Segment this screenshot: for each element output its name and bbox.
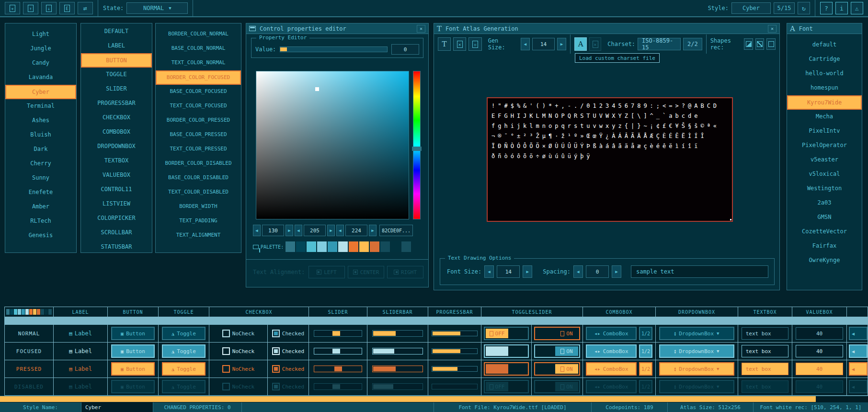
combobox-counter[interactable]: 1/2	[639, 344, 652, 358]
font-size-value[interactable]: 14	[497, 265, 520, 278]
control-list-item[interactable]: DROPDOWNBOX	[81, 139, 152, 154]
red-decrease-button[interactable]: ◀	[253, 225, 261, 236]
property-list-item[interactable]: TEXT_COLOR_DISABLED	[156, 185, 241, 200]
value-box[interactable]: 0	[391, 44, 419, 55]
toggle-sample[interactable]: ◮Toggle	[162, 344, 205, 358]
export-atlas-image-button[interactable]: ▫	[468, 37, 481, 51]
style-name-button[interactable]: Cyber	[731, 2, 771, 14]
font-list-item[interactable]: PixelOperator	[787, 138, 862, 153]
red-increase-button[interactable]: ▶	[286, 225, 293, 236]
property-list-item[interactable]: TEXT_COLOR_PRESSED	[156, 142, 241, 157]
textbox-sample[interactable]: text box	[742, 345, 789, 357]
font-list-item[interactable]: Mecha	[787, 110, 862, 124]
hue-cursor[interactable]	[412, 147, 422, 151]
theme-list-item[interactable]: Light	[5, 27, 76, 42]
blue-increase-button[interactable]: ▶	[369, 225, 377, 236]
help-button[interactable]: ?	[820, 2, 833, 14]
slider-handle[interactable]	[280, 47, 287, 51]
theme-list-item[interactable]: Enefete	[5, 185, 76, 200]
checkbox-unchecked[interactable]	[222, 347, 230, 355]
font-size-increase-button[interactable]: ▶	[523, 265, 532, 278]
theme-list-item[interactable]: Cyber	[5, 85, 76, 99]
slider-handle[interactable]	[332, 331, 340, 336]
control-list-item[interactable]: TEXTBOX	[81, 154, 152, 168]
unload-font-button[interactable]: ✕	[453, 37, 466, 51]
style-name-input[interactable]: Cyber	[81, 402, 153, 412]
theme-list-item[interactable]: Lavanda	[5, 70, 76, 85]
control-list-item[interactable]: DEFAULT	[81, 24, 152, 39]
shapes-rec-slash-button[interactable]	[755, 38, 765, 50]
control-list-item[interactable]: LABEL	[81, 39, 152, 53]
toggleslider-on-sample[interactable]: ON	[534, 362, 580, 376]
export-style-button[interactable]: E	[59, 2, 75, 14]
font-list-item[interactable]: homespun	[787, 81, 862, 95]
gen-size-decrease-button[interactable]: ◀	[521, 38, 530, 50]
property-list-item[interactable]: BASE_COLOR_FOCUSED	[156, 85, 241, 99]
font-size-decrease-button[interactable]: ◀	[484, 265, 494, 278]
theme-list-item[interactable]: Sunny	[5, 171, 76, 185]
load-style-button[interactable]: ↑	[23, 2, 38, 14]
close-icon[interactable]: ✕	[768, 25, 777, 33]
control-list-item[interactable]: VALUEBOX	[81, 168, 152, 183]
checkbox-checked[interactable]	[272, 330, 280, 337]
slider-sample[interactable]	[314, 330, 363, 337]
toggleslider-off-sample[interactable]: OFF	[484, 344, 529, 358]
align-center-button[interactable]: CENTER	[348, 266, 384, 278]
spinner-partial[interactable]: ◀	[849, 344, 868, 358]
font-list-item[interactable]: v5easter	[787, 153, 862, 167]
palette-swatch[interactable]	[401, 241, 411, 252]
property-list-item[interactable]: BORDER_COLOR_NORMAL	[156, 27, 241, 42]
gen-size-value[interactable]: 14	[532, 38, 555, 50]
palette-swatch[interactable]	[296, 241, 306, 252]
charset-value[interactable]: ISO-8859-15	[638, 38, 681, 50]
charset-pages[interactable]: 2/2	[683, 38, 702, 50]
slider-handle[interactable]	[334, 366, 342, 371]
spacing-decrease-button[interactable]: ◀	[573, 265, 583, 278]
sliderbar-sample[interactable]	[372, 348, 423, 355]
property-list-item[interactable]: TEXT_PADDING	[156, 214, 241, 229]
toggleslider-on-sample[interactable]: ON	[534, 327, 580, 340]
toggle-sample[interactable]: ◮Toggle	[162, 362, 205, 376]
new-style-button[interactable]: +	[5, 2, 20, 14]
blue-decrease-button[interactable]: ◀	[336, 225, 344, 236]
close-icon[interactable]: ✕	[417, 25, 425, 33]
font-list-item[interactable]: 2a03	[787, 196, 862, 210]
toggle-sample[interactable]: ◮Toggle	[162, 327, 205, 340]
red-value-box[interactable]: 130	[262, 225, 284, 236]
spacing-value[interactable]: 0	[586, 265, 609, 278]
toggleslider-off-sample[interactable]: OFF	[484, 362, 529, 376]
toggleslider-on-sample[interactable]: ON	[534, 344, 580, 358]
spinner-partial[interactable]: ◀	[849, 327, 868, 340]
font-list-item[interactable]: GMSN	[787, 210, 862, 225]
property-list-item[interactable]: BASE_COLOR_PRESSED	[156, 128, 241, 142]
font-list-item[interactable]: hello-world	[787, 67, 862, 81]
property-list-item[interactable]: BORDER_WIDTH	[156, 200, 241, 214]
load-charset-button[interactable]: A	[574, 37, 587, 51]
gen-size-increase-button[interactable]: ▶	[557, 38, 566, 50]
font-list-item[interactable]: default	[787, 38, 862, 52]
checkbox-unchecked[interactable]	[222, 330, 230, 337]
theme-list-item[interactable]: Genesis	[5, 229, 76, 243]
slider-sample[interactable]	[314, 348, 363, 355]
property-list-item[interactable]: BORDER_COLOR_FOCUSED	[156, 70, 241, 85]
property-list-item[interactable]: BORDER_COLOR_PRESSED	[156, 114, 241, 128]
palette-swatch[interactable]	[391, 241, 400, 252]
info-button[interactable]: i	[835, 2, 848, 14]
theme-list-item[interactable]: Cherry	[5, 157, 76, 171]
font-atlas-image[interactable]: !"#$%&'()*+,-./0123456789:;<=>?@ABCDEFGH…	[487, 97, 733, 222]
valuebox-sample[interactable]: 40	[796, 345, 843, 357]
theme-list-item[interactable]: RLTech	[5, 214, 76, 229]
spinner-partial[interactable]: ◀	[849, 362, 868, 376]
checkbox-unchecked[interactable]	[222, 365, 230, 373]
dropdownbox-sample[interactable]: ▲▼DropdownBox▼	[659, 344, 734, 358]
sliderbar-sample[interactable]	[372, 330, 423, 337]
blue-value-box[interactable]: 224	[345, 225, 367, 236]
property-list-item[interactable]: BORDER_COLOR_DISABLED	[156, 157, 241, 171]
combobox-counter[interactable]: 1/2	[639, 362, 652, 376]
font-list-item[interactable]: CozetteVector	[787, 225, 862, 239]
control-list-item[interactable]: STATUSBAR	[81, 240, 152, 254]
font-list-item[interactable]: v5loxical	[787, 167, 862, 182]
green-increase-button[interactable]: ▶	[327, 225, 335, 236]
save-style-button[interactable]: ↓	[41, 2, 57, 14]
textbox-sample[interactable]: text box	[742, 327, 789, 340]
